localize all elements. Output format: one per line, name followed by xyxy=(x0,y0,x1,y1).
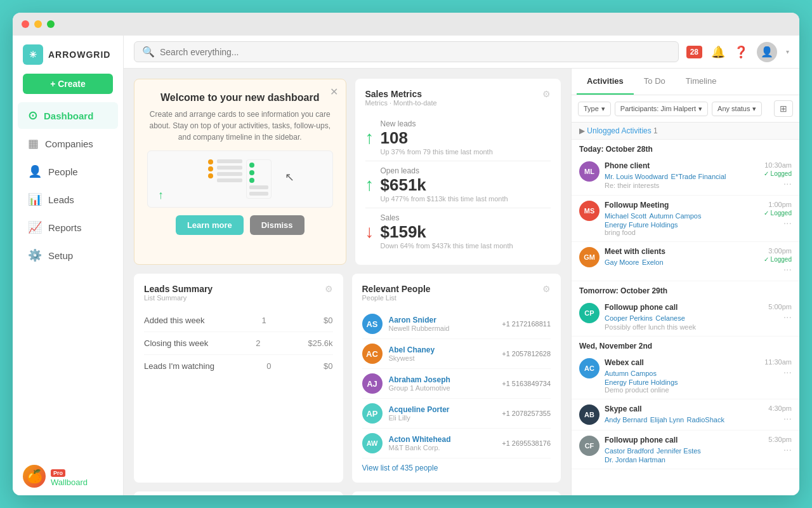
activity-person[interactable]: Cooper Perkins xyxy=(605,314,653,322)
person-company: Skywest xyxy=(389,354,496,362)
chevron-down-icon[interactable]: ▾ xyxy=(786,48,789,55)
more-icon[interactable]: ··· xyxy=(783,367,792,378)
status-filter-button[interactable]: Any status ▾ xyxy=(712,102,762,116)
leads-closing-card: Leads Closing Within 7 Days Leads List ⚙… xyxy=(134,491,343,495)
sidebar-label-dashboard: Dashboard xyxy=(44,110,93,121)
center-content: ✕ Welcome to your new dashboard Create a… xyxy=(124,69,571,495)
calendar-icon[interactable]: 28 xyxy=(686,46,702,58)
sidebar-item-dashboard[interactable]: ⊙ Dashboard xyxy=(18,102,118,129)
activity-person[interactable]: Mr. Louis Woodward xyxy=(605,173,668,180)
maximize-dot[interactable] xyxy=(47,20,55,28)
activity-title: Skype call xyxy=(605,404,763,413)
sidebar-item-setup[interactable]: ⚙️ Setup xyxy=(18,242,118,269)
person-name[interactable]: Abel Chaney xyxy=(389,345,496,354)
close-dot[interactable] xyxy=(22,20,29,28)
grid-view-button[interactable]: ⊞ xyxy=(774,100,793,117)
activity-company[interactable]: E*Trade Financial xyxy=(671,173,726,180)
user-menu[interactable]: 👤 xyxy=(757,42,777,62)
tab-activities[interactable]: Activities xyxy=(577,69,634,95)
close-welcome-button[interactable]: ✕ xyxy=(330,86,338,98)
more-icon[interactable]: ··· xyxy=(783,264,792,276)
person-phone: +1 2172168811 xyxy=(502,320,551,328)
sidebar-label-companies: Companies xyxy=(45,138,93,149)
activity-person[interactable]: Castor Bradford xyxy=(605,447,654,455)
person-phone: +1 2695538176 xyxy=(502,439,551,447)
welcome-description: Create and arrange cards to see informat… xyxy=(147,109,333,143)
more-icon[interactable]: ··· xyxy=(783,312,792,323)
unlogged-link[interactable]: Unlogged Activities xyxy=(587,126,651,135)
people-gear-icon[interactable]: ⚙ xyxy=(542,284,551,294)
minimize-dot[interactable] xyxy=(34,20,42,28)
activity-person-2[interactable]: Autumn Campos xyxy=(649,212,701,220)
person-name[interactable]: Aaron Snider xyxy=(389,316,496,324)
avatar: AJ xyxy=(362,373,383,394)
right-panel: Activities To Do Timeline Type ▾ Partici… xyxy=(571,69,799,495)
more-icon[interactable]: ··· xyxy=(783,178,792,190)
sidebar-item-companies[interactable]: ▦ Companies xyxy=(18,130,118,157)
activity-company[interactable]: RadioShack xyxy=(687,416,724,424)
sidebar-item-people[interactable]: 👤 People xyxy=(18,158,118,185)
welcome-card: ✕ Welcome to your new dashboard Create a… xyxy=(134,79,346,265)
sales-gear-icon[interactable]: ⚙ xyxy=(542,89,551,99)
activity-person[interactable]: Autumn Campos xyxy=(605,370,657,377)
leads-summary-gear-icon[interactable]: ⚙ xyxy=(325,284,333,294)
activity-person[interactable]: Gay Moore xyxy=(605,258,639,266)
learn-more-button[interactable]: Learn more xyxy=(176,215,244,235)
unlogged-banner: ▶ Unlogged Activities 1 xyxy=(572,123,799,140)
view-list-link[interactable]: View list of 435 people xyxy=(362,458,551,472)
activity-company[interactable]: Energy Future Holdings xyxy=(605,378,759,386)
arrow-up-icon-2: ↑ xyxy=(365,175,374,195)
activity-company[interactable]: Celanese xyxy=(655,314,684,322)
search-input[interactable] xyxy=(160,47,671,57)
more-icon[interactable]: ··· xyxy=(783,413,792,425)
activity-meta: 5:00pm ··· xyxy=(768,303,792,323)
help-icon[interactable]: ❓ xyxy=(734,45,748,59)
activity-person[interactable]: Michael Scott xyxy=(605,212,646,220)
sidebar-item-leads[interactable]: 📊 Leads xyxy=(18,186,118,213)
type-filter-button[interactable]: Type ▾ xyxy=(578,102,611,116)
activities-scroll: Today: October 28th ML Phone client Mr. … xyxy=(572,140,799,495)
notifications-icon[interactable]: 🔔 xyxy=(711,45,725,59)
list-item: CP Followup phone call Cooper Perkins Ce… xyxy=(572,298,799,337)
leads-summary-card: Leads Summary List Summary ⚙ Added this … xyxy=(134,274,343,483)
activity-company[interactable]: Dr. Jordan Hartman xyxy=(605,456,763,464)
activity-logged-badge: ✓ Logged xyxy=(764,256,792,263)
person-name[interactable]: Acqueline Porter xyxy=(389,405,496,414)
leads-summary-subtitle: List Summary xyxy=(144,294,213,302)
activity-person-2[interactable]: Jennifer Estes xyxy=(657,447,701,455)
tab-timeline[interactable]: Timeline xyxy=(676,69,727,95)
reports-icon: 📈 xyxy=(28,220,42,234)
summary-row-added: Added this week 1 $0 xyxy=(144,309,333,332)
relevant-people-subtitle: People List xyxy=(362,294,431,302)
dismiss-button[interactable]: Dismiss xyxy=(250,215,304,235)
person-name[interactable]: Acton Whitehead xyxy=(389,435,496,444)
wallboard-link[interactable]: Wallboard xyxy=(51,478,88,487)
activity-company[interactable]: Energy Future Holdings xyxy=(605,221,759,229)
activity-time: 5:00pm xyxy=(768,303,792,311)
person-info: Acton Whitehead M&T Bank Corp. xyxy=(389,435,496,451)
metric-new-leads: ↑ New leads 108 Up 37% from 79 this time… xyxy=(365,114,551,161)
list-item: AB Skype call Andy Bernard Elijah Lynn R… xyxy=(572,399,799,431)
more-icon[interactable]: ··· xyxy=(783,218,792,229)
panel-filters: Type ▾ Participants: Jim Halpert ▾ Any s… xyxy=(572,95,799,123)
more-icon[interactable]: ··· xyxy=(783,444,792,456)
app-name: ARROWGRID xyxy=(48,50,110,60)
leads-icon: 📊 xyxy=(28,192,42,206)
create-button[interactable]: + Create xyxy=(23,74,113,94)
person-phone: +1 2057812628 xyxy=(502,350,551,358)
activity-person[interactable]: Andy Bernard xyxy=(605,416,647,424)
sidebar: ✳ ARROWGRID + Create ⊙ Dashboard ▦ Compa… xyxy=(13,36,124,495)
sidebar-item-reports[interactable]: 📈 Reports xyxy=(18,214,118,241)
tab-todo[interactable]: To Do xyxy=(634,69,676,95)
activity-time: 11:30am xyxy=(764,358,792,366)
activity-content: Skype call Andy Bernard Elijah Lynn Radi… xyxy=(605,404,763,425)
activity-person-2[interactable]: Elijah Lynn xyxy=(650,416,684,424)
person-company: Eli Lilly xyxy=(389,414,496,422)
activity-meta: 5:30pm ··· xyxy=(768,436,792,456)
person-name[interactable]: Abraham Joseph xyxy=(389,375,496,384)
activity-company[interactable]: Exelon xyxy=(642,258,664,266)
search-bar[interactable]: 🔍 xyxy=(134,41,679,62)
participants-filter-button[interactable]: Participants: Jim Halpert ▾ xyxy=(615,102,708,116)
logo-icon: ✳ xyxy=(23,44,43,65)
section-header-nov2: Wed, November 2nd xyxy=(572,337,799,353)
